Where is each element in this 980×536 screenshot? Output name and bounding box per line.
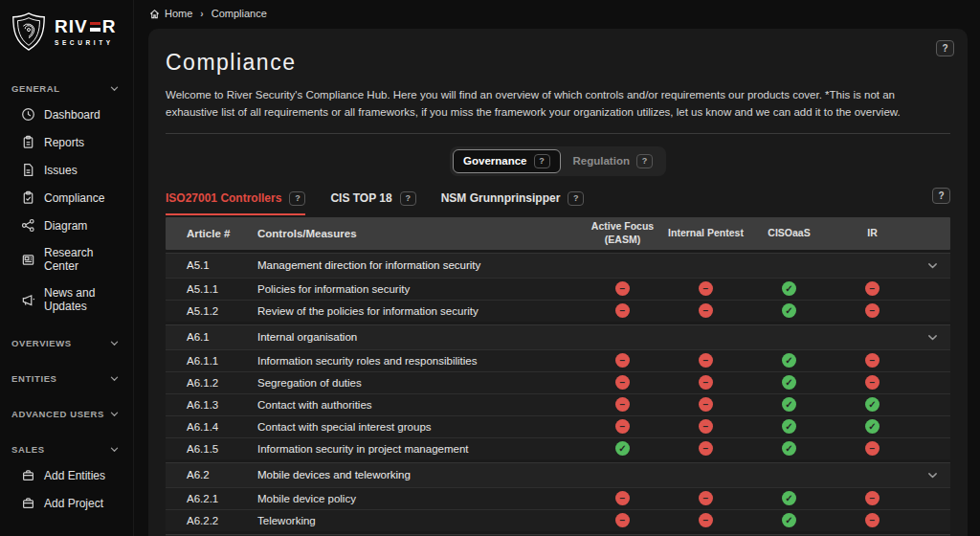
panel-help-button[interactable]: ? <box>936 40 954 56</box>
status-not-covered-icon: − <box>699 303 713 318</box>
row-status-cell: − <box>831 441 914 456</box>
sidebar-section-header[interactable]: OVERVIEWS <box>0 329 133 355</box>
sidebar-item-dashboard[interactable]: Dashboard <box>0 100 133 128</box>
breadcrumb-current[interactable]: Compliance <box>212 8 267 19</box>
table-row[interactable]: A6.2Mobile devices and teleworking <box>166 462 950 487</box>
sidebar-item-label: Issues <box>44 164 78 177</box>
row-status-cell: − <box>664 491 747 505</box>
status-not-covered-icon: − <box>615 353 630 368</box>
table-row[interactable]: A6.1.2Segregation of duties−−✓− <box>166 371 950 393</box>
table-row[interactable]: A6.1.5Information security in project ma… <box>166 437 950 459</box>
status-not-covered-icon: − <box>699 397 713 412</box>
table-row[interactable]: A6.1.1Information security roles and res… <box>166 349 950 371</box>
sidebar-item-add-entities[interactable]: Add Entities <box>0 461 133 489</box>
row-status-cell: ✓ <box>747 441 831 456</box>
sidebar-item-diagram[interactable]: Diagram <box>0 212 133 239</box>
row-expand-button[interactable] <box>914 331 950 344</box>
status-covered-icon: ✓ <box>782 419 796 434</box>
status-not-covered-icon: − <box>615 375 630 390</box>
row-measure: Segregation of duties <box>257 377 581 389</box>
row-status-cell: ✓ <box>581 441 664 456</box>
tab-nsm-grunnprinsipper[interactable]: NSM Grunnprinsipper? <box>441 191 585 215</box>
help-icon[interactable]: ? <box>289 191 305 206</box>
help-icon[interactable]: ? <box>534 154 550 168</box>
row-status-cell: − <box>581 303 664 318</box>
breadcrumb-home[interactable]: Home <box>149 8 192 19</box>
sidebar-item-issues[interactable]: Issues <box>0 156 133 184</box>
table-header-row: Article #Controls/MeasuresActive Focus (… <box>166 217 950 250</box>
sidebar-item-label: Add Project <box>44 497 103 510</box>
toggle-option-label: Governance <box>463 155 526 167</box>
table-row[interactable]: A6.1.4Contact with special interest grou… <box>166 415 950 437</box>
sidebar-item-news-and-updates[interactable]: News and Updates <box>0 279 133 320</box>
sidebar-section-header[interactable]: SALES <box>0 436 133 461</box>
status-not-covered-icon: − <box>699 441 713 456</box>
row-article: A6.1 <box>166 331 257 343</box>
sidebar-section-header[interactable]: ADVANCED USERS <box>0 400 133 426</box>
sidebar-section-label: GENERAL <box>11 83 60 94</box>
row-expand-button[interactable] <box>914 469 950 481</box>
sidebar-item-reports[interactable]: Reports <box>0 128 133 156</box>
table-row[interactable]: A5.1.2Review of the policies for informa… <box>166 300 950 322</box>
toggle-option-governance[interactable]: Governance? <box>453 149 560 173</box>
column-header-ir: IR <box>831 227 914 240</box>
table-row[interactable]: A6.2.2Teleworking−−✓− <box>166 509 950 531</box>
sidebar-section-support-settings: SUPPORT & SETTINGSDev <box>0 526 133 536</box>
briefcase-icon <box>21 496 35 510</box>
row-status-cell: ✓ <box>747 397 831 412</box>
table-row[interactable]: A6.1.3Contact with authorities−−✓✓ <box>166 393 950 415</box>
help-icon[interactable]: ? <box>400 191 416 206</box>
row-status-cell: − <box>831 375 914 390</box>
status-covered-icon: ✓ <box>782 375 796 390</box>
issues-icon <box>21 163 35 177</box>
sidebar-item-label: Reports <box>44 136 84 149</box>
table-row[interactable]: A6.1Internal organisation <box>166 324 950 349</box>
brand-logo[interactable]: RIVR SECURITY <box>0 0 133 65</box>
row-measure: Management direction for information sec… <box>257 259 581 271</box>
status-not-covered-icon: − <box>865 303 880 318</box>
row-status-cell: ✓ <box>747 353 831 368</box>
status-not-covered-icon: − <box>615 303 630 318</box>
row-expand-button[interactable] <box>914 259 950 272</box>
status-covered-icon: ✓ <box>782 303 796 318</box>
reports-icon <box>21 135 35 149</box>
row-article: A6.2 <box>166 469 257 480</box>
diagram-icon <box>21 218 35 233</box>
chevron-down-icon <box>109 373 120 384</box>
tab-cis-top-18[interactable]: CIS TOP 18? <box>330 191 415 215</box>
toggle-option-regulation[interactable]: Regulation? <box>563 149 663 173</box>
row-status-cell: ✓ <box>747 513 831 527</box>
sidebar-item-label: News and Updates <box>44 286 125 313</box>
sidebar-section-header[interactable]: ENTITIES <box>0 365 133 391</box>
compliance-table: Article #Controls/MeasuresActive Focus (… <box>166 217 950 536</box>
sidebar-item-add-project[interactable]: Add Project <box>0 489 133 517</box>
row-status-cell: ✓ <box>831 419 914 434</box>
help-icon[interactable]: ? <box>636 154 653 168</box>
status-covered-icon: ✓ <box>615 441 630 456</box>
help-icon[interactable]: ? <box>568 191 584 206</box>
sidebar-item-research-center[interactable]: Research Center <box>0 239 133 279</box>
status-covered-icon: ✓ <box>865 397 880 412</box>
row-status-cell: − <box>664 353 747 368</box>
row-status-cell: − <box>664 281 747 296</box>
sidebar-item-label: Add Entities <box>44 469 105 482</box>
status-not-covered-icon: − <box>699 281 713 296</box>
tab-iso27001-controllers[interactable]: ISO27001 Controllers? <box>166 191 305 215</box>
row-status-cell: − <box>581 397 664 412</box>
row-measure: Mobile devices and teleworking <box>257 469 581 480</box>
column-header-active-focus: Active Focus (EASM) <box>581 220 664 246</box>
row-status-cell: ✓ <box>747 375 831 390</box>
sidebar-section-header[interactable]: SUPPORT & SETTINGS <box>0 526 133 536</box>
sidebar-item-label: Dashboard <box>44 108 100 122</box>
tabs-help-button[interactable]: ? <box>932 188 950 204</box>
status-not-covered-icon: − <box>699 513 713 527</box>
sidebar-section-header[interactable]: GENERAL <box>0 75 133 100</box>
status-not-covered-icon: − <box>615 397 630 412</box>
table-row[interactable]: A5.1.1Policies for information security−… <box>166 278 950 300</box>
table-row[interactable]: A5.1Management direction for information… <box>166 253 950 278</box>
sidebar-item-label: Compliance <box>44 191 104 205</box>
status-not-covered-icon: − <box>865 441 880 456</box>
table-row[interactable]: A6.2.1Mobile device policy−−✓− <box>166 487 950 509</box>
sidebar-item-compliance[interactable]: Compliance <box>0 184 133 212</box>
row-status-cell: ✓ <box>747 303 831 318</box>
